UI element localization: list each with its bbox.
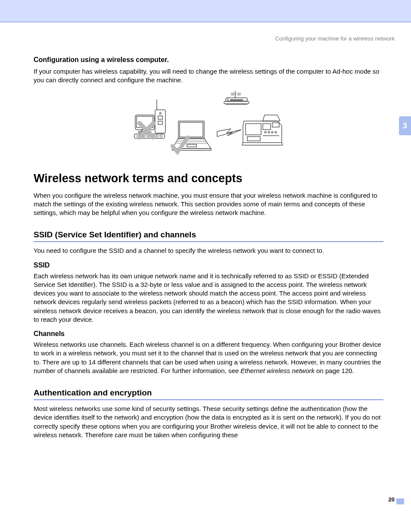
svg-rect-33 bbox=[263, 124, 271, 130]
svg-point-37 bbox=[268, 131, 270, 133]
page-number-accent bbox=[396, 498, 404, 504]
auth-section-heading: Authentication and encryption bbox=[34, 388, 383, 398]
breadcrumb: Configuring your machine for a wireless … bbox=[275, 35, 395, 42]
ssid-subheading: SSID bbox=[34, 261, 383, 269]
config-wireless-subheading: Configuration using a wireless computer. bbox=[34, 56, 383, 64]
svg-rect-16 bbox=[158, 121, 162, 124]
svg-text:((( ı ))): ((( ı ))) bbox=[231, 92, 241, 96]
auth-body: Most wireless networks use some kind of … bbox=[34, 404, 383, 439]
svg-point-14 bbox=[159, 112, 161, 114]
channels-body: Wireless networks use channels. Each wir… bbox=[34, 340, 383, 375]
section-rule bbox=[34, 241, 383, 242]
svg-point-39 bbox=[275, 131, 277, 133]
svg-rect-13 bbox=[155, 110, 165, 133]
ssid-intro-body: You need to configure the SSID and a cha… bbox=[34, 246, 383, 255]
top-header-band bbox=[0, 0, 411, 22]
svg-rect-15 bbox=[158, 116, 162, 119]
main-heading: Wireless network terms and concepts bbox=[34, 172, 383, 185]
svg-rect-34 bbox=[272, 123, 279, 127]
intro-body: When you configure the wireless network … bbox=[34, 191, 383, 218]
svg-rect-35 bbox=[247, 137, 260, 141]
ssid-section-heading: SSID (Service Set Identifier) and channe… bbox=[34, 230, 383, 240]
diagram-figure: ((( ı ))) bbox=[34, 91, 383, 160]
channels-subheading: Channels bbox=[34, 330, 383, 338]
chapter-tab: 3 bbox=[399, 116, 411, 135]
svg-point-38 bbox=[271, 131, 273, 133]
network-diagram-icon: ((( ı ))) bbox=[131, 91, 286, 160]
svg-rect-32 bbox=[246, 124, 261, 135]
ssid-body: Each wireless network has its own unique… bbox=[34, 272, 383, 324]
page-number: 20 bbox=[389, 496, 395, 503]
channels-body-b: on page 120. bbox=[314, 367, 354, 374]
svg-rect-28 bbox=[187, 144, 196, 147]
ethernet-wireless-link[interactable]: Ethernet wireless network bbox=[240, 367, 314, 374]
svg-rect-3 bbox=[224, 101, 249, 104]
config-wireless-body: If your computer has wireless capability… bbox=[34, 67, 383, 85]
section-rule bbox=[34, 399, 383, 400]
svg-point-36 bbox=[265, 131, 266, 133]
